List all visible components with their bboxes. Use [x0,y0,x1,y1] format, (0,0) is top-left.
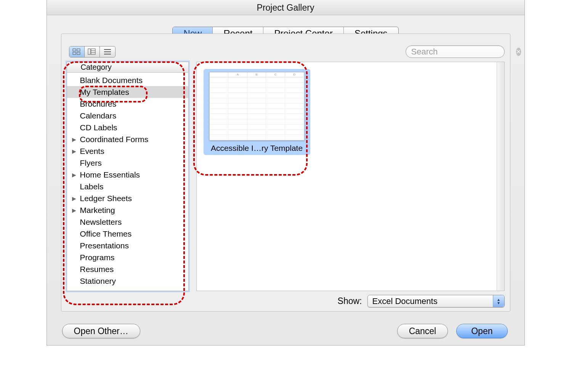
search-field[interactable]: ✕ [406,45,505,58]
category-item[interactable]: Newsletters [67,216,188,228]
template-label: Accessible I…ry Template [207,141,307,154]
category-item[interactable]: Flyers [67,157,188,169]
category-label: Calendars [80,111,117,120]
category-item[interactable]: ▶Home Essentials [67,169,188,181]
category-label: Coordinated Forms [80,135,149,144]
category-label: Events [80,147,104,156]
category-label: Resumes [80,265,114,274]
category-label: Office Themes [80,229,132,238]
view-list-icon[interactable] [100,46,115,57]
disclosure-triangle-icon: ▶ [71,195,78,202]
show-filter-value: Excel Documents [372,296,438,306]
category-item[interactable]: ▶Events [67,145,188,157]
category-label: Newsletters [80,218,122,227]
category-label: Ledger Sheets [80,194,132,203]
category-label: Programs [80,253,115,262]
view-grid-icon[interactable] [69,46,85,57]
category-label: Marketing [80,206,115,215]
svg-rect-3 [77,52,80,54]
template-thumbnail: ABCD [209,72,305,141]
open-button[interactable]: Open [456,324,507,338]
window-title: Project Gallery [47,0,524,15]
category-label: Labels [80,182,104,191]
cancel-button[interactable]: Cancel [397,324,448,338]
view-mode-toggle [69,46,115,58]
open-other-button[interactable]: Open Other… [62,324,140,338]
template-item[interactable]: ABCDAccessible I…ry Template [204,69,310,155]
category-sidebar: Category Blank DocumentsMy TemplatesBroc… [67,62,189,291]
content-frame: ✕ Category Blank DocumentsMy TemplatesBr… [61,34,510,312]
disclosure-triangle-icon: ▶ [71,172,78,178]
svg-rect-1 [77,49,80,51]
category-label: Blank Documents [80,76,143,85]
category-item[interactable]: Blank Documents [67,74,188,86]
svg-rect-5 [91,49,95,54]
project-gallery-window: Project Gallery New Recent Project Cente… [47,0,525,346]
category-label: Stationery [80,277,116,286]
category-label: My Templates [80,88,129,97]
disclosure-triangle-icon: ▶ [71,136,78,142]
category-item[interactable]: Programs [67,251,188,263]
category-label: Flyers [80,158,102,168]
search-input[interactable] [411,47,516,57]
svg-rect-2 [73,52,76,54]
category-item[interactable]: Presentations [67,240,188,251]
show-label: Show: [338,296,362,306]
category-item[interactable]: CD Labels [67,122,188,133]
category-label: Presentations [80,241,129,250]
category-item[interactable]: Calendars [67,110,188,122]
category-label: CD Labels [80,123,117,132]
disclosure-triangle-icon: ▶ [71,207,78,213]
clear-search-icon[interactable]: ✕ [516,48,521,56]
category-item[interactable]: Stationery [67,275,188,287]
template-grid: ABCDAccessible I…ry Template [196,62,505,291]
category-item[interactable]: Labels [67,181,188,192]
category-label: Home Essentials [80,170,140,179]
category-item[interactable]: Office Themes [67,228,188,240]
dropdown-arrows-icon: ▲▼ [493,295,504,307]
category-item[interactable]: ▶Marketing [67,204,188,216]
category-label: Brochures [80,99,117,109]
scrollbar[interactable] [497,62,504,291]
svg-rect-4 [88,49,90,54]
category-header: Category [67,62,188,73]
category-item[interactable]: ▶Coordinated Forms [67,133,188,145]
disclosure-triangle-icon: ▶ [71,148,78,154]
svg-rect-0 [73,49,76,51]
category-item[interactable]: Brochures [67,98,188,110]
category-item[interactable]: My Templates [67,86,188,98]
category-item[interactable]: Resumes [67,263,188,275]
category-item[interactable]: ▶Ledger Sheets [67,192,188,204]
view-columns-icon[interactable] [85,46,100,57]
show-filter-dropdown[interactable]: Excel Documents ▲▼ [367,295,505,307]
